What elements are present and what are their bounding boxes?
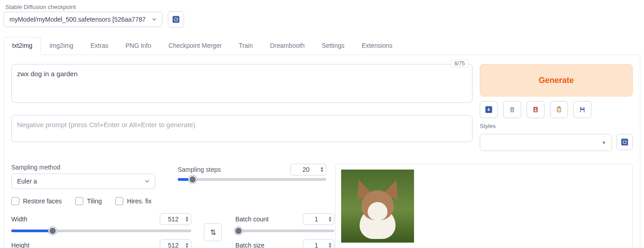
batch-size-label: Batch size (235, 242, 265, 248)
styles-select[interactable]: ▼ (480, 134, 612, 151)
swap-icon: ⇅ (210, 228, 216, 237)
styles-label: Styles (480, 123, 633, 129)
negative-prompt-input[interactable] (11, 115, 473, 142)
sampling-steps-input[interactable]: 20 ▲▼ (290, 164, 326, 175)
tab-dreambooth[interactable]: Dreambooth (261, 37, 313, 55)
chevron-down-icon (144, 178, 150, 184)
sampling-method-select[interactable]: Euler a (11, 174, 155, 189)
triangle-down-icon: ▼ (602, 140, 606, 145)
prompt-area: 6/75 (11, 64, 473, 115)
tab-train[interactable]: Train (230, 37, 261, 55)
clipboard-icon (555, 106, 563, 114)
svg-rect-0 (172, 16, 179, 23)
output-panel (335, 164, 633, 248)
tab-txt2img[interactable]: txt2img (4, 37, 41, 55)
refresh-styles-button[interactable] (617, 134, 633, 150)
neg-prompt-area (11, 115, 473, 143)
hires-fix-checkbox[interactable]: Hires. fix (115, 197, 151, 205)
stepper-icon: ▲▼ (320, 166, 324, 173)
refresh-icon (621, 138, 629, 146)
tab-extensions[interactable]: Extensions (353, 37, 401, 55)
batch-count-slider[interactable] (235, 230, 334, 232)
chevron-down-icon (151, 16, 158, 23)
sampling-steps-value: 20 (302, 166, 310, 173)
restore-faces-checkbox[interactable]: Restore faces (11, 197, 62, 205)
tool-row (480, 101, 633, 118)
stepper-icon: ▲▼ (185, 242, 189, 248)
clipboard-button[interactable] (550, 101, 568, 118)
prompt-input[interactable] (11, 64, 473, 103)
checkpoint-select[interactable]: myModel/myModel_500.safetensors [526aa77… (4, 12, 162, 27)
tab-png-info[interactable]: PNG Info (117, 37, 160, 55)
sampling-method-label: Sampling method (11, 164, 173, 171)
sampling-steps-label: Sampling steps (178, 166, 221, 173)
svg-rect-5 (557, 107, 561, 112)
svg-rect-7 (581, 107, 583, 109)
style-image-button[interactable] (527, 101, 545, 118)
apply-style-button[interactable] (480, 101, 498, 118)
stepper-icon: ▲▼ (328, 242, 332, 248)
svg-point-3 (535, 108, 536, 109)
check-row: Restore faces Tiling Hires. fix (11, 197, 326, 205)
trash-icon (509, 106, 516, 114)
refresh-icon (172, 15, 180, 23)
tab-img2img[interactable]: img2img (41, 37, 82, 55)
token-count-badge: 6/75 (450, 60, 469, 68)
width-input[interactable]: 512▲▼ (160, 213, 191, 225)
checkpoint-bar: Stable Diffusion checkpoint myModel/myMo… (4, 4, 640, 28)
sampling-method-value: Euler a (17, 178, 37, 185)
tab-checkpoint-merger[interactable]: Checkpoint Merger (160, 37, 230, 55)
batch-count-label: Batch count (235, 216, 269, 223)
svg-rect-9 (621, 139, 628, 146)
tab-extras[interactable]: Extras (82, 37, 117, 55)
output-image[interactable] (341, 170, 414, 243)
artist-icon (532, 106, 539, 114)
main-panel: 6/75 Generate Styles ▼ (4, 55, 640, 248)
clear-button[interactable] (503, 101, 521, 118)
refresh-checkpoint-button[interactable] (168, 11, 184, 28)
swap-dimensions-button[interactable]: ⇅ (204, 223, 222, 241)
stepper-icon: ▲▼ (328, 216, 332, 222)
tab-settings[interactable]: Settings (313, 37, 353, 55)
stepper-icon: ▲▼ (185, 216, 189, 222)
sampling-steps-slider[interactable] (178, 178, 326, 181)
generate-button[interactable]: Generate (480, 64, 633, 96)
save-icon (579, 106, 586, 113)
svg-rect-8 (581, 110, 584, 112)
tabs: txt2img img2img Extras PNG Info Checkpoi… (4, 37, 640, 55)
batch-count-input[interactable]: 1▲▼ (303, 213, 334, 225)
batch-size-input[interactable]: 1▲▼ (303, 239, 334, 248)
arrow-down-box-icon (485, 106, 493, 114)
width-label: Width (11, 216, 27, 223)
svg-rect-2 (533, 107, 537, 112)
save-style-button[interactable] (573, 101, 591, 118)
checkpoint-label: Stable Diffusion checkpoint (5, 4, 184, 10)
svg-rect-6 (558, 106, 560, 108)
tiling-checkbox[interactable]: Tiling (75, 197, 102, 205)
height-input[interactable]: 512▲▼ (160, 239, 191, 248)
checkpoint-value: myModel/myModel_500.safetensors [526aa77… (9, 16, 146, 23)
svg-rect-4 (534, 110, 536, 111)
right-column: Generate Styles ▼ (480, 64, 633, 151)
height-label: Height (11, 242, 29, 248)
width-slider[interactable] (11, 230, 191, 232)
